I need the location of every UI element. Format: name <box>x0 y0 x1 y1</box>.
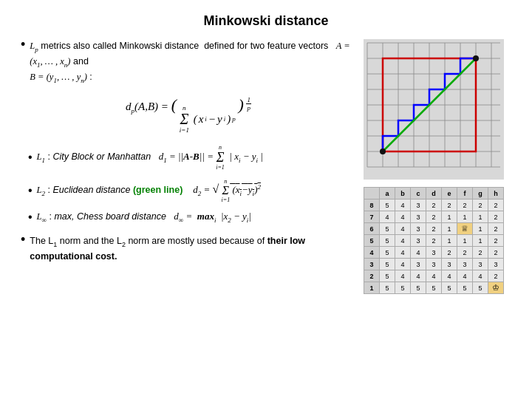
chess-row-8: 854322222 <box>364 200 504 211</box>
sigma-symbol: Σ <box>180 112 188 126</box>
bottom-sub1: 1 <box>53 240 57 248</box>
chess-row-5: 554321112 <box>364 235 504 247</box>
bottom-dot: • <box>21 233 25 246</box>
chess-row-header-8: 8 <box>364 200 380 211</box>
svg-point-22 <box>473 55 479 61</box>
content-area: • Lp metrics also called Minkowski dista… <box>21 39 511 386</box>
chess-col-h: h <box>488 188 504 200</box>
chess-row-7: 744321112 <box>364 211 504 223</box>
grid-svg: grid cells <box>364 39 504 180</box>
chess-cell-r5-c2: 3 <box>411 235 426 247</box>
chess-row-header-3: 3 <box>364 259 380 270</box>
linf-desc: : max, Chess board distance <box>49 211 171 222</box>
svg-point-21 <box>380 149 386 154</box>
chess-cell-r4-c2: 4 <box>411 247 426 259</box>
main-formula: dp(A,B) = ( n Σ i=1 (xi − yi)p ) 1p <box>126 96 251 134</box>
bullet-dot-main: • <box>21 38 25 51</box>
bottom-bullet: • The L1 norm and the L2 norm are mostly… <box>21 234 356 264</box>
chess-cell-r7-c2: 3 <box>411 211 426 223</box>
linf-label: L∞ <box>37 211 47 222</box>
chess-row-2: 254444442 <box>364 270 504 282</box>
chess-cell-r2-c5: 4 <box>457 270 473 282</box>
chess-cell-r3-c7: 3 <box>488 259 504 270</box>
chess-cell-r4-c4: 2 <box>442 247 457 259</box>
chess-cell-r8-c2: 3 <box>411 200 426 211</box>
l2-formula: d2 = √ n Σ i=1 (xi−yi)2 <box>193 184 261 195</box>
chess-cell-r5-c1: 4 <box>395 235 411 247</box>
chess-cell-r7-c0: 4 <box>380 211 395 223</box>
chess-cell-r7-c6: 1 <box>473 211 488 223</box>
chess-cell-r3-c6: 3 <box>473 259 488 270</box>
page-title: Minkowski distance <box>21 13 511 29</box>
chess-cell-r8-c5: 2 <box>457 200 473 211</box>
chess-row-header-1: 1 <box>364 282 380 294</box>
linf-dot: • <box>28 211 33 223</box>
chess-row-header-6: 6 <box>364 223 380 235</box>
chess-cell-r6-c1: 4 <box>395 223 411 235</box>
chess-cell-r8-c6: 2 <box>473 200 488 211</box>
chess-cell-r6-c7: 2 <box>488 223 504 235</box>
chess-col-d: d <box>426 188 442 200</box>
chess-cell-r3-c2: 3 <box>411 259 426 270</box>
chess-cell-r2-c2: 4 <box>411 270 426 282</box>
chess-cell-r6-c4: 1 <box>442 223 457 235</box>
chess-cell-r4-c3: 3 <box>426 247 442 259</box>
l1-dot: • <box>28 151 33 163</box>
l2-green: (green line) <box>133 185 183 195</box>
chess-cell-r7-c5: 1 <box>457 211 473 223</box>
chess-cell-r7-c3: 2 <box>426 211 442 223</box>
left-column: • Lp metrics also called Minkowski dista… <box>21 39 356 386</box>
chess-col-b: b <box>395 188 411 200</box>
chess-cell-r7-c7: 2 <box>488 211 504 223</box>
lp-label: Lp <box>30 41 38 51</box>
l2-bullet: • L2 : Euclidean distance (green line) d… <box>28 178 356 203</box>
and-text: and <box>73 56 89 66</box>
chess-col-f: f <box>457 188 473 200</box>
chess-cell-r3-c0: 5 <box>380 259 395 270</box>
l2-dot: • <box>28 185 33 197</box>
chess-cell-r4-c0: 5 <box>380 247 395 259</box>
l2-formula-space <box>185 185 191 195</box>
chess-cell-r5-c4: 1 <box>442 235 457 247</box>
chess-cell-r4-c7: 2 <box>488 247 504 259</box>
chess-cell-r2-c4: 4 <box>442 270 457 282</box>
l2-text: L2 : Euclidean distance (green line) d2 … <box>37 178 261 203</box>
colon-text: : <box>89 72 92 82</box>
l1-formula: d1 = ||A-B|| = n Σ i=1 | xi − yi | <box>159 151 263 162</box>
chess-board-table: a b c d e f g h 854322222744321112654321… <box>364 187 504 294</box>
vector-B: B = (y1, … , yn) <box>30 72 87 82</box>
chess-tbody: 854322222744321112654321♕125543211124544… <box>364 200 504 294</box>
linf-formula: d∞ = maxi |x2 − yi| <box>174 211 251 222</box>
chess-cell-r1-c5: 5 <box>457 282 473 294</box>
chess-cell-r1-c4: 5 <box>442 282 457 294</box>
chess-cell-r2-c0: 5 <box>380 270 395 282</box>
chess-cell-r5-c0: 5 <box>380 235 395 247</box>
chess-cell-r1-c0: 5 <box>380 282 395 294</box>
chess-cell-r6-c0: 5 <box>380 223 395 235</box>
chess-col-g: g <box>473 188 488 200</box>
sub-bullets: • L1 : City Block or Manhattan d1 = ||A-… <box>28 144 356 224</box>
chess-cell-r2-c7: 2 <box>488 270 504 282</box>
main-text-1: metrics also called Minkowski distance d… <box>41 41 333 51</box>
main-bullet: • Lp metrics also called Minkowski dista… <box>21 39 356 86</box>
l1-label: L1 <box>37 151 45 162</box>
l1-desc: : City Block or Manhattan <box>48 151 157 162</box>
chess-row-header-5: 5 <box>364 235 380 247</box>
l1-text: L1 : City Block or Manhattan d1 = ||A-B|… <box>37 144 263 171</box>
chess-corner-cell <box>364 188 380 200</box>
chess-cell-r1-c7: ♔ <box>488 282 504 294</box>
chess-cell-r2-c1: 4 <box>395 270 411 282</box>
l1-bullet: • L1 : City Block or Manhattan d1 = ||A-… <box>28 144 356 171</box>
chess-cell-r5-c3: 2 <box>426 235 442 247</box>
chess-cell-r1-c1: 5 <box>395 282 411 294</box>
chess-cell-r5-c5: 1 <box>457 235 473 247</box>
chess-cell-r3-c5: 3 <box>457 259 473 270</box>
main-formula-row: dp(A,B) = ( n Σ i=1 (xi − yi)p ) 1p <box>21 96 356 134</box>
chess-header-row: a b c d e f g h <box>364 188 504 200</box>
chess-row-header-7: 7 <box>364 211 380 223</box>
chess-cell-r1-c6: 5 <box>473 282 488 294</box>
page: Minkowski distance • Lp metrics also cal… <box>0 0 532 399</box>
chess-cell-r6-c6: 1 <box>473 223 488 235</box>
l2-label: L2 <box>37 185 45 195</box>
main-bullet-text: Lp metrics also called Minkowski distanc… <box>30 39 356 86</box>
